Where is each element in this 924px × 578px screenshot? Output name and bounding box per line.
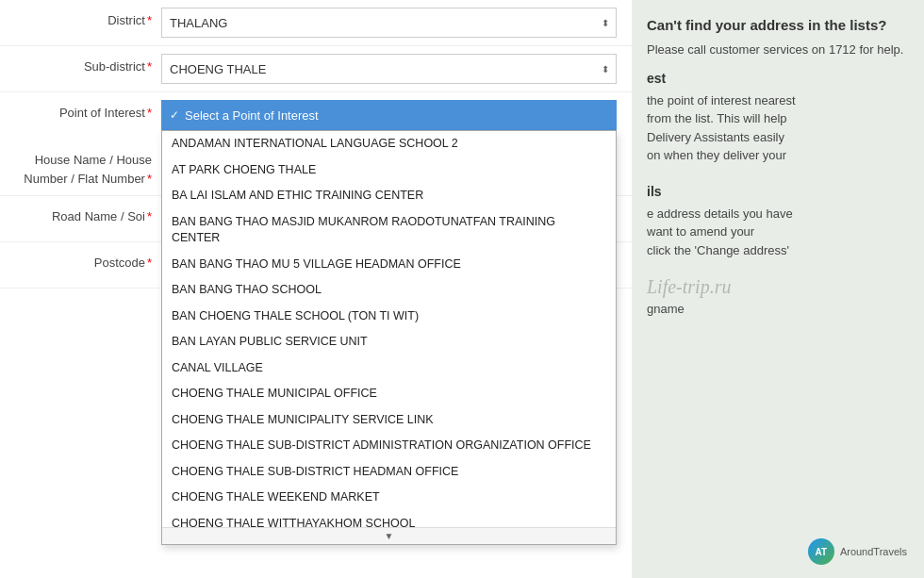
house-required: * (147, 172, 152, 186)
postcode-required: * (147, 256, 152, 270)
list-item[interactable]: CHOENG THALE SUB-DISTRICT HEADMAN OFFICE (162, 459, 616, 486)
logo-area: AT AroundTravels (800, 535, 915, 569)
watermark-text: Life-trip.ru (647, 276, 909, 298)
list-item[interactable]: ANDAMAN INTERNATIONAL LANGUAGE SCHOOL 2 (162, 131, 616, 157)
list-item[interactable]: BAN BANG THAO MASJID MUKANROM RAODOTUNAT… (162, 209, 616, 252)
poi-checkmark-icon: ✓ (170, 108, 179, 122)
list-item[interactable]: CHOENG THALE WITTHAYAKHOM SCHOOL (162, 511, 616, 528)
district-select[interactable]: THALANG (161, 8, 617, 38)
amend-section-title: ils (647, 184, 909, 199)
poi-dropdown-list: ANDAMAN INTERNATIONAL LANGUAGE SCHOOL 2A… (162, 131, 616, 527)
list-item[interactable]: AT PARK CHOENG THALE (162, 157, 616, 184)
poi-hint-text: the point of interest nearestfrom the li… (647, 91, 909, 165)
postcode-label: Postcode* (15, 250, 161, 270)
list-item[interactable]: BAN LAYAN PUBLIC SERVICE UNIT (162, 329, 616, 355)
list-item[interactable]: BAN CHOENG THALE SCHOOL (TON TI WIT) (162, 304, 616, 330)
list-item[interactable]: CHOENG THALE MUNICIPAL OFFICE (162, 381, 616, 407)
subdistrict-required: * (147, 59, 152, 74)
list-item[interactable]: BA LAI ISLAM AND ETHIC TRAINING CENTER (162, 183, 616, 209)
road-label: Road Name / Soi* (15, 204, 161, 223)
list-item[interactable]: CANAL VILLAGE (162, 355, 616, 382)
house-label: House Name / HouseNumber / Flat Number* (15, 145, 161, 188)
cant-find-text: Please call customer services on 1712 fo… (647, 41, 909, 59)
list-item[interactable]: BAN BANG THAO SCHOOL (162, 277, 616, 304)
poi-section-title: est (647, 71, 909, 86)
right-panel: Can't find your address in the lists? Pl… (632, 0, 924, 578)
list-item[interactable]: BAN BANG THAO MU 5 VILLAGE HEADMAN OFFIC… (162, 252, 616, 278)
left-panel: District* THALANG ⬍ Sub-district* CHOENG… (0, 0, 632, 578)
logo-icon: AT (808, 538, 834, 565)
poi-select[interactable]: ✓ Select a Point of Interest (161, 100, 617, 130)
district-required: * (147, 13, 152, 27)
subdistrict-select[interactable]: CHOENG THALE (161, 54, 617, 84)
road-required: * (147, 209, 152, 223)
subdistrict-input-col: CHOENG THALE ⬍ (161, 54, 617, 84)
username-label: gname (647, 302, 909, 316)
poi-select-wrapper: ✓ Select a Point of Interest ANDAMAN INT… (161, 100, 617, 130)
scroll-down-icon: ▼ (162, 527, 616, 544)
cant-find-title: Can't find your address in the lists? (647, 17, 909, 33)
subdistrict-label: Sub-district* (15, 54, 161, 74)
list-item[interactable]: CHOENG THALE MUNICIPALITY SERVICE LINK (162, 407, 616, 434)
logo-label: AroundTravels (840, 546, 907, 557)
poi-input-col: ✓ Select a Point of Interest ANDAMAN INT… (161, 100, 617, 130)
subdistrict-select-wrapper: CHOENG THALE ⬍ (161, 54, 617, 84)
district-row: District* THALANG ⬍ (0, 0, 632, 46)
list-item[interactable]: CHOENG THALE WEEKEND MARKET (162, 485, 616, 511)
poi-label: Point of Interest* (15, 100, 161, 120)
list-item[interactable]: CHOENG THALE SUB-DISTRICT ADMINISTRATION… (162, 433, 616, 459)
subdistrict-row: Sub-district* CHOENG THALE ⬍ (0, 46, 632, 92)
district-input-col: THALANG ⬍ (161, 8, 617, 38)
poi-required: * (147, 106, 152, 120)
poi-dropdown: ANDAMAN INTERNATIONAL LANGUAGE SCHOOL 2A… (161, 130, 617, 545)
poi-row: Point of Interest* ✓ Select a Point of I… (0, 92, 632, 138)
district-select-wrapper: THALANG ⬍ (161, 8, 617, 38)
district-label: District* (15, 8, 161, 27)
amend-hint-text: e address details you havewant to amend … (647, 205, 909, 260)
